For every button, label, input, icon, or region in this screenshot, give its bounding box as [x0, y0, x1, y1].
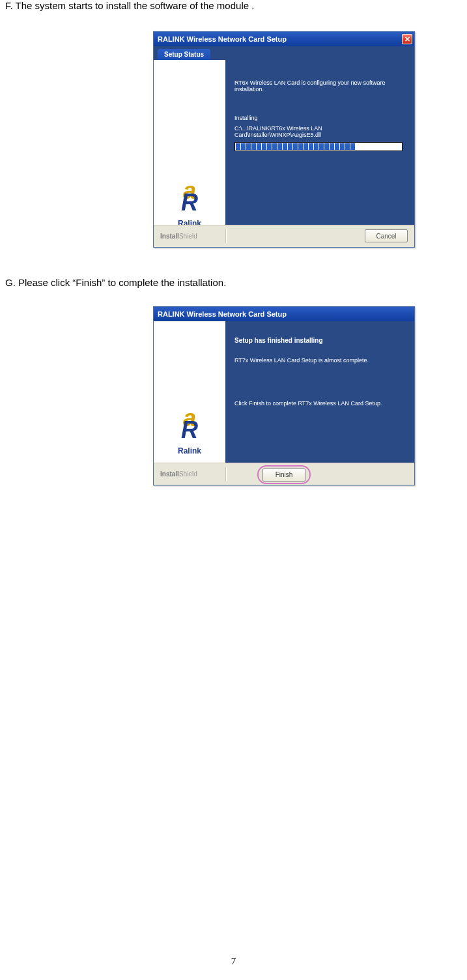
dialog-footer: InstallShield Finish — [154, 463, 414, 485]
finish-button[interactable]: Finish — [262, 468, 305, 482]
dialog-body: a R Ralink RT6x Wireless LAN Card is con… — [154, 60, 414, 236]
installer-dialog-finish: RALINK Wireless Network Card Setup a R R… — [153, 306, 415, 485]
progress-segment — [288, 143, 292, 150]
close-icon[interactable]: ✕ — [402, 34, 412, 44]
logo-letter-r: R — [178, 416, 201, 444]
dialog-body: a R Ralink Setup has finished installing… — [154, 321, 414, 463]
logo-letter-r: R — [178, 189, 201, 216]
ralink-logo: a R Ralink — [178, 182, 201, 228]
setup-status-tab: Setup Status — [158, 49, 210, 60]
installshield-brand: InstallShield — [160, 233, 197, 240]
progress-bar — [234, 142, 403, 151]
installshield-brand: InstallShield — [160, 470, 197, 478]
progress-segment — [283, 143, 287, 150]
content-panel: RT6x Wireless LAN Card is configuring yo… — [225, 60, 414, 236]
progress-segment — [262, 143, 266, 150]
progress-segment — [304, 143, 308, 150]
progress-segment — [246, 143, 251, 150]
progress-segment — [335, 143, 339, 150]
progress-segment — [236, 143, 240, 150]
finish-line1: RT7x Wireless LAN Card Setup is almost c… — [234, 357, 405, 364]
progress-segment — [350, 143, 355, 150]
progress-segment — [267, 143, 272, 150]
logo-panel: a R Ralink — [154, 321, 225, 463]
cancel-button[interactable]: Cancel — [365, 229, 408, 242]
progress-segment — [241, 143, 246, 150]
page-number: 7 — [0, 956, 467, 967]
dialog-title: RALINK Wireless Network Card Setup — [158, 35, 287, 43]
installing-label: Installing — [234, 115, 405, 121]
progress-segment — [251, 143, 256, 150]
progress-segment — [340, 143, 345, 150]
progress-segment — [277, 143, 282, 150]
content-panel: Setup has finished installing RT7x Wirel… — [225, 321, 414, 463]
installer-dialog-progress: RALINK Wireless Network Card Setup ✕ Set… — [153, 31, 415, 248]
progress-segment — [345, 143, 350, 150]
progress-segment — [314, 143, 318, 150]
highlight-circle-icon: Finish — [257, 465, 311, 484]
finish-heading: Setup has finished installing — [234, 337, 405, 344]
install-path: C:\...\RALINK\RT6x Wireless LAN Card\Ins… — [234, 125, 405, 138]
logo-panel: a R Ralink — [154, 60, 225, 236]
finish-line2: Click Finish to complete RT7x Wireless L… — [234, 400, 405, 407]
config-line: RT6x Wireless LAN Card is configuring yo… — [234, 79, 405, 93]
instruction-g: G. Please click “Finish” to complete the… — [0, 277, 226, 288]
progress-segment — [330, 143, 334, 150]
progress-segment — [257, 143, 261, 150]
finish-highlight: Finish — [257, 465, 311, 484]
titlebar[interactable]: RALINK Wireless Network Card Setup — [154, 307, 414, 321]
progress-segment — [293, 143, 298, 150]
dialog-title: RALINK Wireless Network Card Setup — [158, 310, 287, 318]
titlebar[interactable]: RALINK Wireless Network Card Setup ✕ — [154, 32, 414, 46]
progress-segment — [298, 143, 303, 150]
instruction-f: F. The system starts to install the soft… — [0, 0, 254, 11]
logo-text: Ralink — [178, 446, 201, 455]
footer-separator — [225, 229, 227, 243]
progress-segment — [309, 143, 313, 150]
ralink-logo: a R Ralink — [178, 409, 201, 455]
progress-segment — [272, 143, 277, 150]
dialog-footer: InstallShield Cancel — [154, 225, 414, 247]
footer-separator — [225, 467, 227, 481]
progress-segment — [324, 143, 329, 150]
progress-segment — [319, 143, 324, 150]
